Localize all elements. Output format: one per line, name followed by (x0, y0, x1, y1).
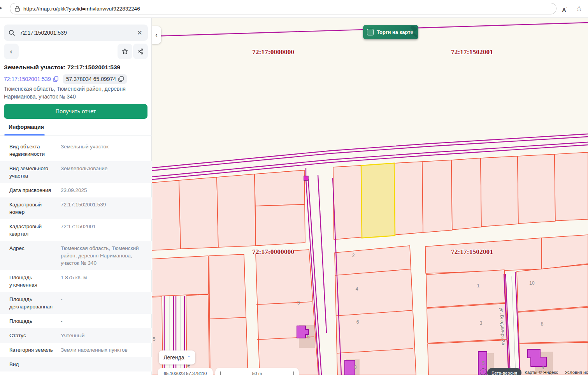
tab-bar: Информация (0, 123, 152, 136)
info-table: Вид объекта недвижимостиЗемельный участо… (0, 139, 152, 371)
row-label: Адрес (9, 245, 57, 267)
tab-information[interactable]: Информация (9, 124, 44, 130)
selected-parcel[interactable] (361, 163, 395, 238)
search-box[interactable]: ✕ (4, 25, 148, 41)
scale-tick (293, 371, 294, 375)
parcel-title: Земельный участок: 72:17:1502001:539 (4, 64, 149, 71)
address-bar[interactable]: https://map.ru/pkk?ysclid=mhvlanwvuf9228… (10, 3, 556, 14)
search-input[interactable] (19, 29, 132, 36)
quarter-label: 72:17:0000000 (252, 48, 294, 56)
copy-icon[interactable] (53, 76, 58, 82)
table-row: Кадастровый квартал72:17:1502001 (0, 219, 152, 241)
beta-version-badge[interactable]: Бета-версия (487, 368, 521, 375)
url-text: https://map.ru/pkk?ysclid=mhvlanwvuf9228… (23, 6, 140, 12)
chevron-up-icon: ⌃ (187, 355, 191, 360)
row-label: Категория земель (9, 346, 57, 354)
table-row: Площадь уточненная1 875 кв. м (0, 270, 152, 292)
table-row: Дата присвоения23.09.2025 (0, 183, 152, 197)
table-row: АдресТюменская область, Тюменский район,… (0, 241, 152, 270)
row-value: Тюменская область, Тюменский район, дере… (61, 245, 145, 267)
collapse-panel-button[interactable]: ‹ (152, 26, 161, 44)
table-row: Вид объекта недвижимостиЗемельный участо… (0, 139, 152, 161)
legend-button[interactable]: Легенда ⌃ (159, 350, 195, 364)
get-report-button[interactable]: Получить отчет (4, 104, 147, 119)
parcel-number: 2 (352, 253, 355, 258)
clear-search-icon[interactable]: ✕ (136, 29, 143, 37)
torgi-toggle-button[interactable]: Торги на карте (363, 25, 418, 39)
row-value: - (61, 296, 145, 310)
scale-label: 50 m (252, 371, 262, 375)
table-row: Вид (0, 357, 152, 371)
back-button[interactable]: ‹ (4, 44, 19, 59)
parcel-number: 3 (297, 300, 300, 306)
parcel-address: Тюменская область, Тюменский район, дере… (4, 85, 132, 100)
read-aloud-icon[interactable]: Aʾ (562, 5, 567, 14)
copy-icon[interactable] (118, 76, 124, 82)
row-label: Вид объекта недвижимости (9, 143, 57, 158)
parcel-number: 5 (482, 361, 485, 366)
quarter-label: 72:17:0000000 (252, 248, 294, 256)
bookmark-star-icon[interactable]: ☆ (576, 5, 582, 12)
share-button[interactable] (133, 44, 148, 59)
browser-window: ⟳ https://map.ru/pkk?ysclid=mhvlanwvuf92… (0, 0, 588, 375)
info-icon[interactable]: i (480, 368, 486, 375)
torgi-checkbox[interactable] (367, 29, 374, 35)
parcel-number: 4 (542, 365, 544, 370)
cadastral-map[interactable]: 72:17:0000000 72:17:1502001 72:17:000000… (152, 18, 588, 375)
row-value (61, 361, 145, 368)
row-label: Площадь (9, 317, 57, 325)
quarter-label: 72:17:1502001 (451, 48, 493, 56)
row-label: Статус (9, 332, 57, 339)
table-row: Площадь- (0, 314, 152, 328)
lock-icon (15, 6, 20, 12)
table-row: Вид земельного участкаЗемлепользование (0, 161, 152, 183)
row-value: 1 875 кв. м (61, 274, 145, 289)
table-row: Кадастровый номер72:17:1502001:539 (0, 197, 152, 219)
row-label: Площадь декларированная (9, 296, 57, 310)
row-label: Вид (9, 361, 57, 368)
browser-toolbar: ⟳ https://map.ru/pkk?ysclid=mhvlanwvuf92… (0, 0, 588, 18)
scale-bar: 50 m (215, 368, 299, 375)
coordinates-chip[interactable]: 57.378034 65.09974 (63, 74, 127, 84)
attribution-text: Карты © Яндекс (525, 370, 558, 375)
parcel-number: 8 (541, 321, 544, 327)
row-label: Кадастровый номер (9, 201, 57, 216)
legend-label: Легенда (163, 354, 184, 361)
row-label: Кадастровый квартал (9, 223, 57, 238)
row-value: Землепользование (61, 165, 145, 180)
favorite-button[interactable] (118, 44, 132, 59)
coordinates-chip-text: 57.378034 65.09974 (66, 76, 116, 82)
star-icon (121, 48, 128, 55)
gavel-icon (405, 26, 418, 39)
quarter-label: 72:17:1502001 (451, 248, 493, 256)
row-label: Дата присвоения (9, 187, 57, 194)
boundary-node-marker[interactable] (304, 176, 308, 180)
tab-underline (4, 134, 45, 136)
coordinates-readout: 65.103023 57.378110 (158, 368, 213, 375)
cadastral-number-link[interactable]: 72:17:1502001:539 (4, 76, 58, 82)
row-label: Вид земельного участка (9, 165, 57, 180)
parcel-number: 4 (356, 286, 358, 292)
parcel-id-row: 72:17:1502001:539 57.378034 65.09974 (4, 74, 127, 84)
table-row: Площадь декларированная- (0, 292, 152, 314)
parcel-number: 1 (477, 283, 480, 289)
terms-link[interactable]: Условия ис (565, 370, 588, 375)
parcel-number: 3 (480, 320, 483, 326)
table-row: Категория земельЗемли населенных пунктов (0, 343, 152, 357)
parcel-number: 6 (356, 319, 359, 325)
scale-tick (220, 371, 221, 375)
row-value: Земельный участок (61, 143, 145, 158)
row-value: Учтенный (61, 332, 145, 339)
parcel-number: 10 (529, 280, 534, 286)
reload-icon[interactable]: ⟳ (0, 4, 5, 13)
row-value: 72:17:1502001 (61, 223, 145, 238)
cadastral-number-text: 72:17:1502001:539 (4, 76, 51, 82)
cadastral-map-canvas[interactable] (152, 18, 588, 375)
row-value: 23.09.2025 (61, 187, 145, 194)
search-icon (9, 30, 15, 36)
parcel-info-panel: ✕ ‹ Земельный участок: 72:17:1502001:539… (0, 18, 152, 375)
row-label: Площадь уточненная (9, 274, 57, 289)
row-value: 72:17:1502001:539 (61, 201, 145, 216)
share-icon (137, 48, 144, 55)
parcel-number: 8 (354, 364, 357, 370)
